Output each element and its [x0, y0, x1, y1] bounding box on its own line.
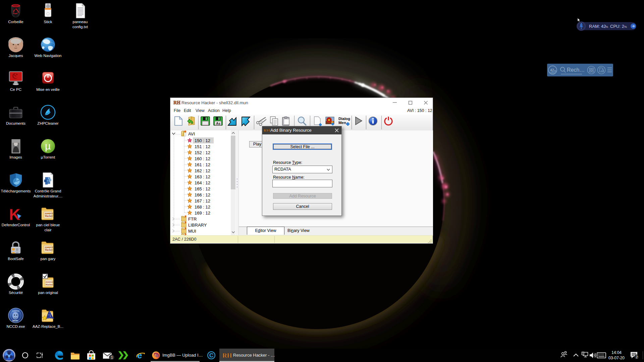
svg-text:CUSTOM: CUSTOM [12, 310, 19, 312]
svg-text:Hacker: Hacker [45, 215, 53, 218]
svg-text:Hacker: Hacker [46, 283, 53, 286]
svg-text:Dialog: Dialog [338, 117, 350, 121]
svg-text:K: K [9, 206, 20, 222]
svg-text:C: C [209, 352, 213, 359]
svg-text:NASH: NASH [12, 320, 18, 322]
svg-text:42: 42 [550, 68, 554, 72]
svg-text:RAM: 42: RAM: 42 [589, 24, 606, 29]
svg-text:Rech…: Rech… [567, 67, 585, 73]
svg-text:µ: µ [45, 140, 51, 152]
svg-text:RH: RH [222, 352, 232, 359]
svg-text:%: % [605, 25, 608, 28]
svg-text:Hacker: Hacker [45, 248, 53, 251]
svg-text:CPU: 2: CPU: 2 [610, 24, 624, 29]
svg-text:e: e [137, 350, 142, 360]
svg-text:esource: esource [46, 281, 53, 283]
svg-text:Men: Men [338, 121, 346, 125]
svg-text:%: % [554, 70, 556, 72]
svg-text:1: 1 [111, 355, 113, 359]
svg-text:%: % [624, 25, 627, 28]
svg-text:2: 2 [636, 355, 638, 359]
svg-text:RH: RH [264, 128, 269, 133]
svg-text:As: As [216, 122, 220, 125]
svg-text:RH: RH [173, 100, 180, 105]
